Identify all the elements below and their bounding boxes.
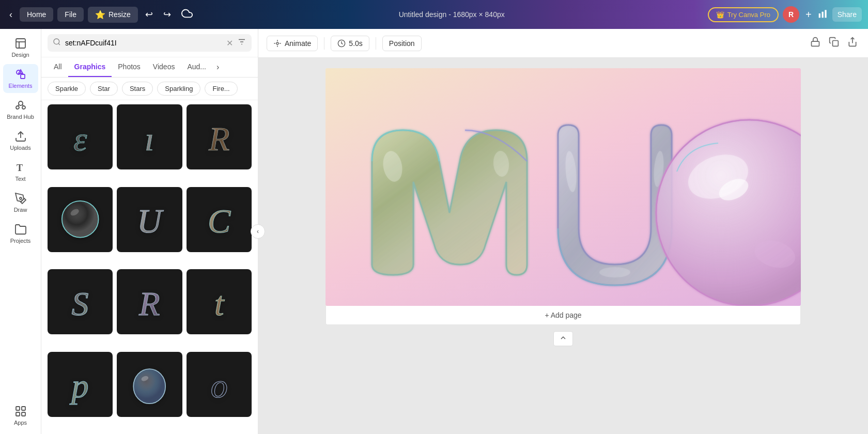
grid-item-8[interactable]: R [117, 269, 182, 334]
svg-text:R: R [138, 285, 160, 322]
svg-rect-47 [833, 41, 839, 47]
canvas-action-icons [808, 35, 860, 52]
search-clear-button[interactable]: ✕ [226, 38, 233, 48]
elements-panel: ✕ All Graphics Photos Videos Aud... › Sp… [41, 29, 258, 434]
resize-button[interactable]: ⭐ Resize [88, 7, 138, 23]
toolbar-divider-2 [376, 37, 376, 50]
page-navigation [549, 327, 577, 350]
svg-line-13 [22, 104, 23, 106]
file-button[interactable]: File [57, 7, 84, 22]
grid-item-7[interactable]: S [48, 269, 113, 334]
brand-icon [14, 99, 27, 112]
duration-button[interactable]: 5.0s [331, 36, 369, 51]
svg-text:o: o [210, 367, 227, 405]
user-avatar[interactable]: R [783, 6, 799, 23]
elements-label: Elements [9, 83, 33, 89]
svg-point-10 [16, 106, 19, 109]
suggestion-fire[interactable]: Fire... [205, 82, 237, 96]
back-button[interactable]: ‹ [6, 6, 16, 23]
grid-item-10[interactable]: p [48, 352, 113, 417]
try-pro-button[interactable]: 👑 Try Canva Pro [708, 7, 779, 22]
svg-line-22 [58, 43, 60, 45]
animate-button[interactable]: Animate [267, 36, 318, 51]
sidebar-item-brand-hub[interactable]: Brand Hub [3, 95, 38, 124]
search-icon [53, 38, 61, 48]
grid-item-1[interactable]: ε [48, 104, 113, 169]
grid-item-2[interactable]: ı [117, 104, 182, 169]
suggestion-sparkle[interactable]: Sparkle [48, 82, 86, 96]
suggestion-sparkling[interactable]: Sparkling [157, 82, 200, 96]
svg-text:ı: ı [145, 120, 154, 158]
grid-item-5[interactable]: U [117, 187, 182, 252]
suggestion-star[interactable]: Star [90, 82, 118, 96]
page-nav-up[interactable] [553, 331, 573, 346]
canvas-scroll[interactable]: + Add page [258, 58, 868, 434]
svg-text:p: p [70, 367, 89, 405]
apps-label: Apps [14, 420, 27, 426]
sidebar-item-draw[interactable]: Draw [3, 188, 38, 217]
svg-rect-3 [16, 39, 25, 48]
svg-text:C: C [208, 202, 231, 240]
add-collaborator-button[interactable]: + [803, 7, 814, 23]
text-label: Text [15, 176, 25, 182]
sidebar-item-projects[interactable]: Projects [3, 219, 38, 248]
search-filter-button[interactable] [237, 37, 246, 49]
sidebar-item-design[interactable]: Design [3, 33, 38, 62]
svg-rect-19 [16, 412, 20, 416]
duplicate-button[interactable] [827, 35, 841, 52]
apps-icon [14, 405, 27, 417]
elements-icon [14, 68, 27, 81]
grid-item-9[interactable]: t [187, 269, 252, 334]
search-input[interactable] [65, 39, 222, 47]
svg-rect-20 [22, 412, 25, 416]
draw-icon [14, 192, 27, 205]
share-canvas-button[interactable] [845, 35, 860, 52]
svg-text:t: t [214, 285, 225, 322]
tab-graphics[interactable]: Graphics [68, 57, 112, 77]
tab-audio[interactable]: Aud... [181, 57, 212, 77]
toolbar-divider-1 [324, 37, 324, 50]
document-title: Untitled design - 868px × 434px [200, 10, 704, 19]
undo-button[interactable]: ↩ [142, 6, 156, 23]
main-content: Design Elements Brand Hub Uploads T [0, 29, 868, 434]
svg-rect-0 [818, 13, 820, 18]
share-button[interactable]: Share [832, 7, 862, 22]
graphics-grid: ε ı [41, 100, 258, 434]
grid-item-12[interactable]: o [187, 352, 252, 417]
sidebar-item-elements[interactable]: Elements [3, 64, 38, 93]
svg-rect-46 [812, 41, 819, 46]
sidebar-item-apps[interactable]: Apps [3, 401, 38, 430]
category-tabs: All Graphics Photos Videos Aud... › [41, 57, 258, 78]
tab-all[interactable]: All [48, 57, 68, 77]
canvas-area: Animate 5.0s Position [258, 29, 868, 434]
star-icon: ⭐ [95, 10, 105, 20]
canvas-frame[interactable] [326, 68, 801, 306]
svg-text:ε: ε [73, 120, 87, 158]
suggestion-stars[interactable]: Stars [122, 82, 153, 96]
svg-point-21 [54, 39, 59, 44]
tab-videos[interactable]: Videos [147, 57, 181, 77]
lock-button[interactable] [808, 35, 823, 52]
analytics-button[interactable] [818, 8, 828, 21]
tabs-more-button[interactable]: › [212, 58, 223, 76]
layout-icon [14, 37, 27, 50]
sidebar-item-uploads[interactable]: Uploads [3, 126, 38, 155]
hide-panel-button[interactable]: ‹ [251, 224, 265, 239]
grid-item-3[interactable]: R [187, 104, 252, 169]
svg-line-12 [18, 104, 19, 106]
add-page-button[interactable]: + Add page [326, 306, 801, 325]
grid-item-11[interactable] [117, 352, 182, 417]
svg-point-29 [62, 201, 99, 238]
grid-item-4[interactable] [48, 187, 113, 252]
tab-photos[interactable]: Photos [112, 57, 147, 77]
top-navigation: ‹ Home File ⭐ Resize ↩ ↪ Untitled design… [0, 0, 868, 29]
sparkle-icon [273, 39, 282, 48]
cloud-save-button[interactable] [178, 5, 196, 25]
search-area: ✕ [41, 29, 258, 57]
redo-button[interactable]: ↪ [160, 6, 174, 23]
sidebar-item-text[interactable]: T Text [3, 157, 38, 186]
projects-icon [14, 223, 27, 236]
home-button[interactable]: Home [20, 7, 53, 22]
position-button[interactable]: Position [382, 36, 422, 51]
grid-item-6[interactable]: C [187, 187, 252, 252]
